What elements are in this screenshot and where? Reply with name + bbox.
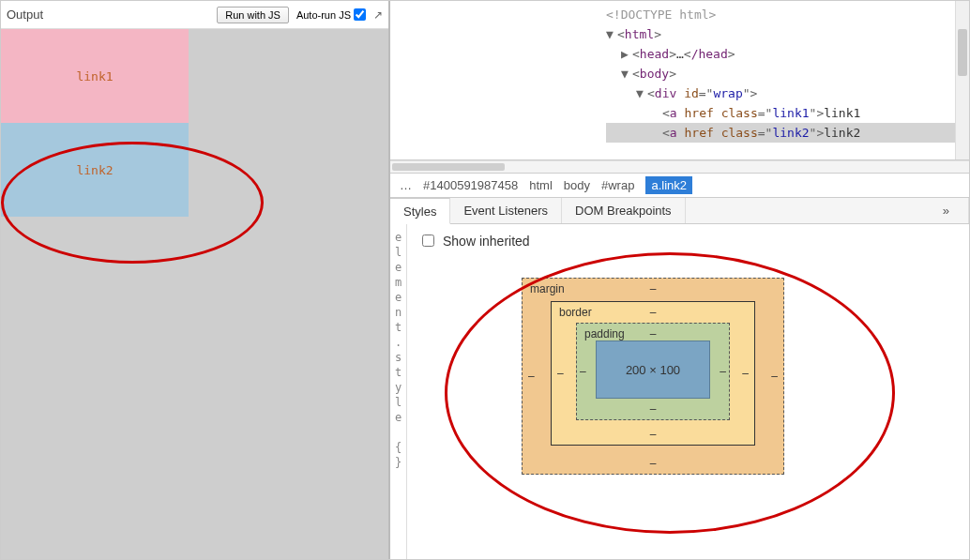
show-inherited-label: Show inherited bbox=[443, 234, 530, 249]
dom-html[interactable]: ▼<html> bbox=[606, 24, 969, 44]
dom-body[interactable]: ▼<body> bbox=[606, 64, 969, 83]
styles-inner: Show inherited margin – – – – border – – bbox=[407, 224, 969, 559]
margin-right-val: – bbox=[771, 370, 778, 383]
crumb-id[interactable]: #1400591987458 bbox=[423, 178, 518, 192]
dom-vertical-scrollbar[interactable] bbox=[955, 1, 969, 159]
padding-right-val: – bbox=[720, 365, 726, 378]
crumb-wrap[interactable]: #wrap bbox=[601, 178, 634, 192]
dom-head[interactable]: ▶<head>…</head> bbox=[606, 44, 969, 64]
preview-link1[interactable]: link1 bbox=[1, 29, 189, 123]
box-model-content[interactable]: 200 × 100 bbox=[596, 341, 710, 399]
dom-div-wrap[interactable]: ▼<div id="wrap"> bbox=[606, 83, 969, 103]
dom-doctype: <!DOCTYPE html> bbox=[606, 5, 969, 24]
margin-top-val: – bbox=[650, 282, 657, 295]
dom-tree[interactable]: <!DOCTYPE html> ▼<html> ▶<head>…</head> … bbox=[390, 1, 969, 160]
tab-styles[interactable]: Styles bbox=[390, 198, 450, 224]
border-right-val: – bbox=[742, 367, 749, 380]
breadcrumb: … #1400591987458 html body #wrap a.link2 bbox=[390, 174, 969, 198]
preview-wrap: link1 link2 bbox=[1, 29, 189, 217]
styles-gutter: e l e m e n t . s t y l e { } bbox=[390, 224, 407, 559]
padding-label: padding bbox=[584, 327, 625, 341]
box-model-border[interactable]: border – – – – padding – – – – 20 bbox=[551, 301, 755, 446]
box-model-margin[interactable]: margin – – – – border – – – – padding bbox=[522, 278, 784, 475]
border-top-val: – bbox=[650, 306, 657, 319]
preview-link2[interactable]: link2 bbox=[1, 123, 189, 217]
border-left-val: – bbox=[557, 367, 564, 380]
crumb-ellipsis[interactable]: … bbox=[400, 178, 412, 192]
crumb-body[interactable]: body bbox=[564, 178, 590, 192]
auto-run-label[interactable]: Auto-run JS bbox=[296, 8, 366, 21]
app-root: Output Run with JS Auto-run JS ↗ link1 l… bbox=[0, 0, 970, 560]
tab-more[interactable]: » bbox=[930, 198, 969, 223]
border-label: border bbox=[559, 306, 592, 319]
tabs-bar: Styles Event Listeners DOM Breakpoints » bbox=[390, 198, 969, 224]
output-header: Output Run with JS Auto-run JS ↗ bbox=[1, 1, 388, 29]
padding-bottom-val: – bbox=[650, 402, 657, 416]
box-model: margin – – – – border – – – – padding bbox=[522, 278, 958, 475]
output-panel: Output Run with JS Auto-run JS ↗ link1 l… bbox=[1, 1, 390, 559]
popout-icon[interactable]: ↗ bbox=[373, 8, 383, 22]
border-bottom-val: – bbox=[650, 428, 657, 441]
margin-bottom-val: – bbox=[650, 457, 657, 470]
crumb-html[interactable]: html bbox=[529, 178, 553, 192]
run-with-js-button[interactable]: Run with JS bbox=[217, 7, 289, 23]
show-inherited-row[interactable]: Show inherited bbox=[418, 232, 958, 250]
margin-left-val: – bbox=[528, 370, 535, 383]
styles-body: e l e m e n t . s t y l e { } Show inher… bbox=[390, 224, 969, 559]
crumb-active[interactable]: a.link2 bbox=[645, 176, 692, 194]
devtools-panel: <!DOCTYPE html> ▼<html> ▶<head>…</head> … bbox=[390, 1, 969, 559]
dom-a-link1[interactable]: <a href class="link1">link1 bbox=[606, 103, 969, 123]
tab-dom-breakpoints[interactable]: DOM Breakpoints bbox=[562, 198, 686, 223]
auto-run-text: Auto-run JS bbox=[296, 9, 351, 21]
box-model-padding[interactable]: padding – – – – 200 × 100 bbox=[576, 323, 730, 420]
auto-run-checkbox[interactable] bbox=[354, 8, 366, 21]
show-inherited-checkbox[interactable] bbox=[422, 235, 434, 247]
output-body: link1 link2 bbox=[1, 29, 388, 559]
dom-horizontal-scrollbar[interactable] bbox=[390, 160, 969, 174]
padding-top-val: – bbox=[650, 327, 657, 341]
output-title: Output bbox=[7, 8, 43, 22]
margin-label: margin bbox=[530, 282, 565, 295]
padding-left-val: – bbox=[580, 365, 586, 378]
tab-event-listeners[interactable]: Event Listeners bbox=[450, 198, 562, 223]
dom-a-link2[interactable]: <a href class="link2">link2 bbox=[606, 123, 969, 143]
